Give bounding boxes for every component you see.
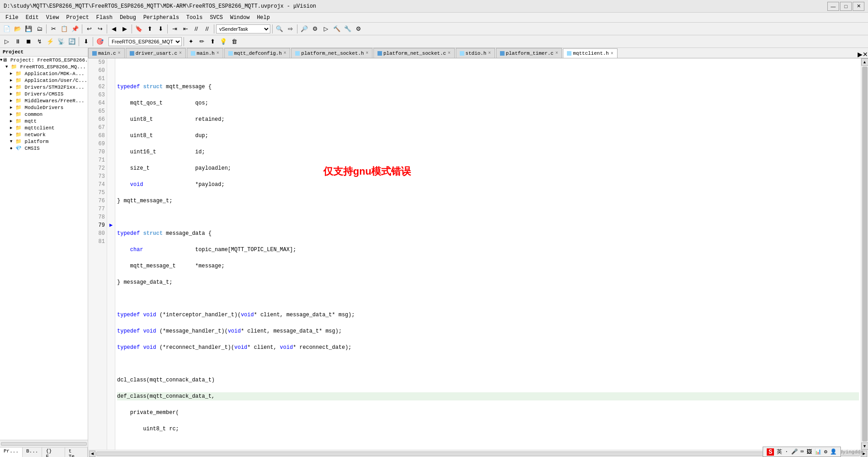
tree-item[interactable]: ▶ 📁 Application/MDK-A... (0, 70, 88, 77)
target-dropdown-2[interactable]: FreeRTOS_ESP8266_MQT (108, 37, 182, 46)
comment-button[interactable]: // (191, 24, 201, 34)
tree-item[interactable]: ▶ 📁 network (0, 131, 88, 138)
tab-close-icon[interactable]: × (366, 51, 368, 56)
erase-btn[interactable]: 🗑 (229, 37, 239, 47)
tab-main-c[interactable]: main.c × (88, 48, 125, 58)
tree-item[interactable]: ▼ 📁 FreeRTOS_ESP8266_MQ... (0, 63, 88, 70)
tree-item-cmsis[interactable]: ◆ 💎 CMSIS (0, 145, 88, 152)
tab-close-icon[interactable]: × (488, 51, 491, 56)
scroll-up-button[interactable]: ▲ (861, 58, 868, 66)
tab-mqttclient-h[interactable]: mqttclient.h × (563, 48, 617, 58)
new-file-button[interactable]: 📄 (2, 24, 12, 34)
scroll-down-button[interactable]: ▼ (861, 443, 868, 450)
menu-help[interactable]: Help (253, 14, 274, 22)
tab-driver-usart-c[interactable]: driver_usart.c × (126, 48, 186, 58)
menu-edit[interactable]: Edit (22, 14, 42, 22)
cut-button[interactable]: ✂ (48, 24, 58, 34)
undo-button[interactable]: ↩ (84, 24, 94, 34)
tree-item[interactable]: ▶ 📁 common (0, 111, 88, 118)
run-button[interactable]: ▷ (321, 24, 331, 34)
target-options-btn[interactable]: 🎯 (95, 37, 105, 47)
panel-tab-books[interactable]: B... (23, 447, 42, 457)
sogou-mic-icon[interactable]: 🎤 (791, 448, 798, 455)
tree-item[interactable]: ▼ 🖥 Project: FreeRTOS_ESP8266... (0, 57, 88, 63)
tab-platform-net-socket-h[interactable]: platform_net_socket.h × (291, 48, 373, 58)
menu-svcs[interactable]: SVCS (206, 14, 226, 22)
tab-main-h[interactable]: main.h × (187, 48, 223, 58)
menu-project[interactable]: Project (62, 14, 92, 22)
tree-item[interactable]: ▶ 📁 mqtt (0, 118, 88, 124)
copy-button[interactable]: 📋 (59, 24, 69, 34)
find-next-button[interactable]: ⇨ (285, 24, 295, 34)
tab-collapse[interactable]: ✕ (863, 51, 868, 58)
debug-btn7[interactable]: 🔄 (67, 37, 77, 47)
debug-btn4[interactable]: ↯ (34, 37, 44, 47)
tab-close-icon[interactable]: × (555, 51, 558, 56)
sogou-tool2-icon[interactable]: 📊 (815, 448, 821, 455)
tree-item[interactable]: ▶ 📁 Application/User/C... (0, 77, 88, 84)
scroll-thumb[interactable] (862, 67, 868, 442)
sogou-tool1-icon[interactable]: 🖼 (807, 448, 812, 455)
tab-mqtt-defconfig[interactable]: mqtt_defconfig.h × (224, 48, 291, 58)
open-button[interactable]: 📂 (13, 24, 23, 34)
tab-close-icon[interactable]: × (179, 51, 182, 56)
panel-tab-templates[interactable]: t Te... (65, 447, 88, 457)
tab-platform-timer-c[interactable]: platform_timer.c × (496, 48, 562, 58)
tab-close-icon[interactable]: × (611, 51, 613, 56)
panel-tab-functions[interactable]: {} F... (42, 447, 65, 457)
panel-tab-project[interactable]: Pr... (0, 447, 23, 457)
tab-platform-net-socket-c[interactable]: platform_net_socket.c × (373, 48, 455, 58)
code-area[interactable]: typedef struct mqtt_message { mqtt_qos_t… (115, 58, 861, 450)
nav-fwd-button[interactable]: ▶ (120, 24, 130, 34)
tab-close-icon[interactable]: × (118, 51, 121, 56)
project-tree[interactable]: ▼ 🖥 Project: FreeRTOS_ESP8266... ▼ 📁 Fre… (0, 57, 88, 440)
scroll-left-button[interactable]: ◀ (89, 451, 95, 457)
debug-btn3[interactable]: ⏹ (24, 37, 33, 47)
chip-btn[interactable]: 💡 (218, 37, 228, 47)
h-scroll-track[interactable] (96, 452, 860, 456)
debug-btn6[interactable]: 📡 (56, 37, 66, 47)
target-selector[interactable]: vSenderTask (216, 24, 270, 33)
unindent-button[interactable]: ⇤ (180, 24, 190, 34)
debug-btn2[interactable]: ⏸ (13, 37, 23, 47)
save-button[interactable]: 💾 (24, 24, 33, 34)
editor-horizontal-scrollbar[interactable]: ◀ ▶ (88, 450, 868, 457)
tree-item[interactable]: ▶ 📁 Drivers/STM32F1xx... (0, 84, 88, 90)
tree-item[interactable]: ▶ 📁 Middlewares/FreeR... (0, 97, 88, 104)
bookmark-prev-button[interactable]: ⬆ (145, 24, 155, 34)
options-button[interactable]: ⚙ (354, 24, 363, 34)
upload-btn[interactable]: ⬆ (208, 37, 217, 47)
minimize-button[interactable]: — (827, 2, 839, 11)
debug-btn5[interactable]: ⚡ (45, 37, 55, 47)
menu-debug[interactable]: Debug (116, 14, 140, 22)
menu-file[interactable]: File (2, 14, 22, 22)
close-button[interactable]: ✕ (853, 2, 864, 11)
paste-button[interactable]: 📌 (70, 24, 80, 34)
editor-vertical-scrollbar[interactable]: ▲ ▼ (861, 58, 868, 450)
indent-button[interactable]: ⇥ (170, 24, 179, 34)
menu-window[interactable]: Window (226, 14, 253, 22)
menu-flash[interactable]: Flash (93, 14, 116, 22)
tree-item-platform[interactable]: ▼ 📁 platform (0, 138, 88, 145)
find-button[interactable]: 🔍 (274, 24, 284, 34)
tab-scroll-right[interactable]: ▶ (858, 51, 863, 58)
menu-view[interactable]: View (42, 14, 63, 22)
bookmark-next-button[interactable]: ⬇ (156, 24, 165, 34)
tab-close-icon[interactable]: × (283, 51, 286, 56)
nav-back-button[interactable]: ◀ (109, 24, 119, 34)
save-all-button[interactable]: 🗂 (34, 24, 44, 34)
debug-start-button[interactable]: ▷ (2, 37, 12, 47)
tab-close-icon[interactable]: × (217, 51, 219, 56)
settings-button[interactable]: ⚙ (310, 24, 320, 34)
uncomment-button[interactable]: // (202, 24, 212, 34)
redo-button[interactable]: ↪ (95, 24, 105, 34)
maximize-button[interactable]: □ (840, 2, 852, 11)
menu-peripherals[interactable]: Peripherals (140, 14, 183, 22)
tree-item[interactable]: ▶ 📁 mqttclient (0, 124, 88, 131)
magic-wand-btn[interactable]: ✦ (186, 37, 196, 47)
build-button[interactable]: 🔨 (332, 24, 342, 34)
tree-item[interactable]: ▶ 📁 ModuleDrivers (0, 104, 88, 111)
menu-tools[interactable]: Tools (183, 14, 206, 22)
sogou-user-icon[interactable]: 👤 (830, 448, 837, 455)
bookmark-button[interactable]: 🔖 (134, 24, 144, 34)
